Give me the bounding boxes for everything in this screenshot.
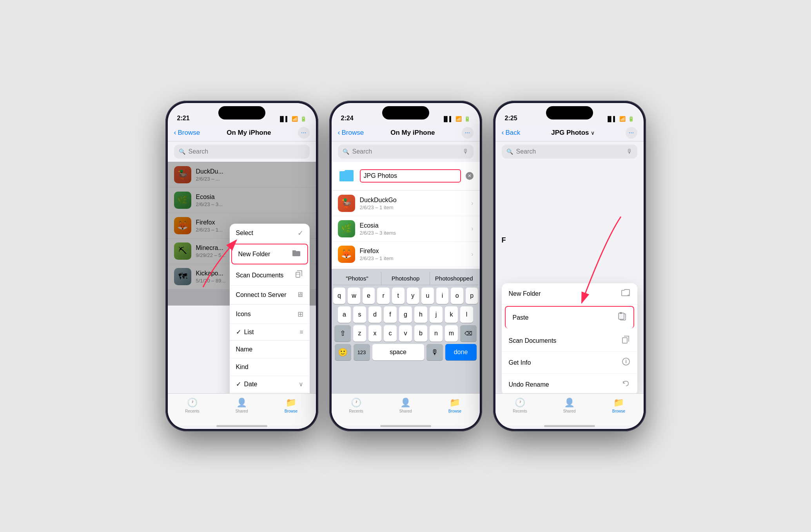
- file-icon-duckduckgo: 🦆: [174, 166, 191, 183]
- battery-icon: 🔋: [300, 116, 307, 122]
- menu-label-date: Date: [244, 381, 258, 388]
- scan-icon: [296, 270, 303, 280]
- more-button-2[interactable]: ···: [462, 127, 474, 139]
- search-input-2[interactable]: [352, 148, 459, 155]
- key-mic[interactable]: 🎙: [426, 344, 443, 360]
- suggestion-photoshop[interactable]: Photoshop: [381, 272, 430, 285]
- key-shift[interactable]: ⇧: [334, 325, 351, 342]
- tab-recents-1[interactable]: 🕐 Recents: [177, 398, 208, 413]
- key-h[interactable]: h: [414, 306, 427, 323]
- key-d[interactable]: d: [368, 306, 381, 323]
- menu-item-name[interactable]: Name: [230, 341, 310, 358]
- menu-item-scan[interactable]: Scan Documents: [230, 265, 310, 286]
- back-button-2[interactable]: ‹ Browse: [338, 128, 364, 137]
- key-s[interactable]: s: [353, 306, 366, 323]
- clear-button[interactable]: ✕: [466, 172, 474, 180]
- list-icon: ≡: [299, 329, 303, 336]
- icons-icon: ⊞: [298, 310, 303, 318]
- key-q[interactable]: q: [333, 288, 346, 304]
- key-f[interactable]: f: [384, 306, 397, 323]
- key-g[interactable]: g: [399, 306, 412, 323]
- nav-title-with-chevron: JPG Photos ∨: [551, 129, 594, 137]
- search-bar-1[interactable]: 🔍: [174, 145, 310, 159]
- list-item[interactable]: 🌿 Ecosia 2/6/23 – 3 items ›: [332, 216, 480, 242]
- svg-text:+: +: [298, 253, 301, 257]
- tab-browse-1[interactable]: 📁 Browse: [276, 398, 307, 413]
- menu3-item-paste[interactable]: Paste: [505, 306, 634, 328]
- key-k[interactable]: k: [445, 306, 458, 323]
- tab-label-recents-2: Recents: [349, 409, 363, 413]
- menu-item-list[interactable]: ✓ List ≡: [230, 324, 310, 340]
- key-y[interactable]: y: [407, 288, 419, 304]
- key-j[interactable]: j: [430, 306, 443, 323]
- key-c[interactable]: c: [384, 325, 397, 342]
- back-label-3[interactable]: Back: [506, 129, 521, 137]
- tab-browse-2[interactable]: 📁 Browse: [439, 398, 471, 413]
- menu-item-icons[interactable]: Icons ⊞: [230, 305, 310, 324]
- back-label-2[interactable]: Browse: [342, 129, 364, 137]
- tab-shared-3[interactable]: 👤 Shared: [554, 398, 585, 413]
- key-m[interactable]: m: [445, 325, 458, 342]
- list-item[interactable]: 🦆 DuckDu... 2/6/23 – ...: [168, 162, 316, 188]
- file-meta: 2/6/23 – 3...: [196, 201, 310, 207]
- menu-item-kind[interactable]: Kind: [230, 358, 310, 376]
- more-button-1[interactable]: ···: [298, 127, 310, 139]
- suggestion-photos[interactable]: "Photos": [333, 272, 382, 285]
- tab-shared-1[interactable]: 👤 Shared: [226, 398, 258, 413]
- mic-icon-2[interactable]: 🎙: [463, 148, 469, 155]
- key-o[interactable]: o: [451, 288, 463, 304]
- svg-rect-10: [622, 338, 627, 343]
- tab-recents-3[interactable]: 🕐 Recents: [504, 398, 536, 413]
- key-z[interactable]: z: [353, 325, 366, 342]
- key-l[interactable]: l: [460, 306, 473, 323]
- list-item[interactable]: 🦊 Firefox 2/6/23 – 1 item ›: [332, 242, 480, 267]
- mic-icon-3[interactable]: 🎙: [626, 148, 633, 155]
- key-u[interactable]: u: [421, 288, 434, 304]
- key-n[interactable]: n: [430, 325, 443, 342]
- back-label-1[interactable]: Browse: [178, 129, 200, 137]
- key-123[interactable]: 123: [354, 344, 370, 360]
- more-button-3[interactable]: ···: [626, 127, 637, 139]
- list-item[interactable]: 🦆 DuckDuckGo 2/6/23 – 1 item ›: [332, 190, 480, 216]
- tab-shared-2[interactable]: 👤 Shared: [390, 398, 421, 413]
- folder-name-field[interactable]: [360, 169, 461, 183]
- menu-item-size[interactable]: Size: [230, 393, 310, 393]
- battery-icon-3: 🔋: [628, 116, 634, 122]
- file-name-2: DuckDuckGo: [360, 197, 467, 204]
- key-i[interactable]: i: [436, 288, 449, 304]
- menu-item-new-folder[interactable]: New Folder +: [231, 244, 308, 264]
- menu-item-server[interactable]: Connect to Server 🖥: [230, 286, 310, 304]
- list-item[interactable]: 🌿 Ecosia 2/6/23 – 3...: [168, 188, 316, 213]
- key-delete[interactable]: ⌫: [460, 325, 477, 342]
- key-e[interactable]: e: [363, 288, 375, 304]
- suggestion-photoshopped[interactable]: Photoshopped: [430, 272, 478, 285]
- key-x[interactable]: x: [368, 325, 381, 342]
- key-t[interactable]: t: [392, 288, 405, 304]
- menu3-item-undo[interactable]: Undo Rename: [502, 374, 637, 393]
- key-done[interactable]: done: [445, 344, 477, 360]
- folder-name-input[interactable]: [364, 172, 457, 179]
- menu-item-select[interactable]: Select ✓: [230, 224, 310, 243]
- menu3-item-new-folder[interactable]: New Folder +: [502, 283, 637, 304]
- back-button-1[interactable]: ‹ Browse: [174, 128, 200, 137]
- key-w[interactable]: w: [348, 288, 360, 304]
- tab-recents-2[interactable]: 🕐 Recents: [341, 398, 372, 413]
- tab-browse-3[interactable]: 📁 Browse: [603, 398, 635, 413]
- key-p[interactable]: p: [466, 288, 478, 304]
- menu3-item-info[interactable]: Get Info i: [502, 352, 637, 374]
- key-v[interactable]: v: [399, 325, 412, 342]
- search-input-3[interactable]: [516, 148, 623, 155]
- key-b[interactable]: b: [414, 325, 427, 342]
- menu3-item-scan[interactable]: Scan Documents: [502, 330, 637, 352]
- key-emoji[interactable]: 🙂: [335, 344, 351, 360]
- file-name: Ecosia: [196, 194, 310, 201]
- back-button-3[interactable]: ‹ Back: [502, 128, 521, 137]
- search-bar-2[interactable]: 🔍 🎙: [338, 145, 474, 159]
- key-space[interactable]: space: [372, 344, 424, 360]
- key-a[interactable]: a: [338, 306, 351, 323]
- search-input-1[interactable]: [189, 148, 305, 155]
- search-bar-3[interactable]: 🔍 🎙: [502, 145, 637, 159]
- key-r[interactable]: r: [377, 288, 390, 304]
- menu-item-date[interactable]: ✓ Date ∨: [230, 376, 310, 393]
- home-bar-1: [216, 425, 267, 427]
